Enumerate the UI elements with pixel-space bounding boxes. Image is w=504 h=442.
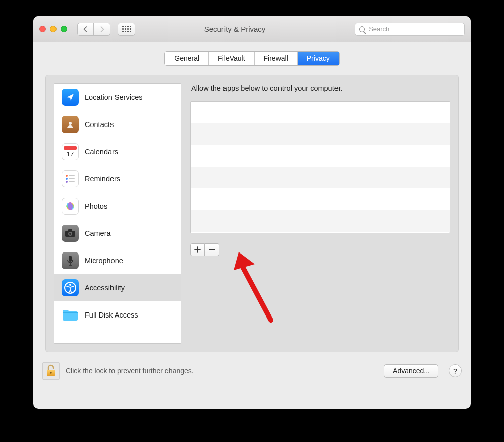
tab-firewall[interactable]: Firewall [255,52,298,65]
close-window-button[interactable] [39,26,46,32]
zoom-window-button[interactable] [61,26,67,32]
preferences-window: Security & Privacy General FileVault Fir… [33,16,471,409]
sidebar-item-label: Reminders [85,175,120,183]
footer: Click the lock to prevent further change… [33,362,471,389]
svg-point-7 [66,181,68,183]
tabs-row: General FileVault Firewall Privacy [33,42,471,75]
photos-flower-icon [62,198,79,215]
chevron-right-icon [99,26,105,32]
svg-point-26 [50,372,52,374]
sidebar-item-label: Microphone [85,257,123,265]
camera-icon [62,225,79,242]
svg-point-17 [69,233,71,235]
sidebar-item-contacts[interactable]: Contacts [54,111,181,138]
minimize-window-button[interactable] [50,26,57,32]
right-pane: Allow the apps below to control your com… [190,83,450,344]
advanced-button[interactable]: Advanced... [384,364,438,378]
sidebar-item-label: Camera [85,229,111,237]
sidebar-item-label: Calendars [85,148,118,156]
sidebar-item-microphone[interactable]: Microphone [54,247,181,274]
sidebar-item-label: Location Services [85,93,142,101]
back-button[interactable] [78,23,94,35]
svg-point-5 [66,178,68,180]
app-row-empty [191,210,450,232]
lock-group[interactable]: Click the lock to prevent further change… [42,362,194,380]
svg-rect-8 [69,181,75,182]
svg-point-0 [69,122,72,125]
sidebar-item-label: Contacts [85,120,114,129]
svg-point-13 [68,202,73,210]
svg-text:17: 17 [67,150,74,158]
folder-icon [62,306,79,324]
minus-icon [209,246,215,253]
remove-button[interactable] [205,243,219,256]
svg-point-22 [69,284,71,286]
app-row-empty [191,167,450,188]
add-remove-group [190,243,450,256]
lock-text: Click the lock to prevent further change… [66,367,194,375]
sidebar-item-calendars[interactable]: 17 Calendars [54,138,181,165]
tab-group: General FileVault Firewall Privacy [164,51,339,66]
pane-description: Allow the apps below to control your com… [191,84,449,92]
allowed-apps-list[interactable] [190,101,450,233]
app-row-empty [191,188,450,210]
help-button[interactable]: ? [449,364,462,377]
sidebar-item-reminders[interactable]: Reminders [54,165,181,193]
lock-icon[interactable] [42,362,60,380]
sidebar-item-label: Photos [85,202,107,210]
accessibility-icon [62,279,79,296]
traffic-lights [39,26,67,32]
svg-rect-6 [69,178,75,179]
tab-privacy[interactable]: Privacy [298,52,339,65]
chevron-left-icon [83,26,88,32]
search-field[interactable] [355,23,465,36]
svg-rect-18 [69,256,72,262]
location-arrow-icon [62,89,79,106]
sidebar-item-camera[interactable]: Camera [54,220,181,247]
add-button[interactable] [190,243,205,256]
sidebar-item-accessibility[interactable]: Accessibility [54,274,181,301]
content-pane: Location Services Contacts 17 Calendars [45,75,459,352]
privacy-category-list[interactable]: Location Services Contacts 17 Calendars [54,83,181,344]
svg-rect-15 [68,229,72,231]
address-book-icon [62,116,79,133]
svg-point-3 [66,175,68,177]
search-input[interactable] [368,25,460,33]
app-row-empty [191,145,450,167]
microphone-icon [62,252,79,269]
sidebar-item-full-disk-access[interactable]: Full Disk Access [54,301,181,329]
svg-rect-4 [69,175,75,176]
svg-rect-1 [64,146,77,150]
search-icon [359,26,365,32]
sidebar-item-location-services[interactable]: Location Services [54,84,181,111]
app-row-empty [191,102,450,123]
window-title: Security & Privacy [121,25,349,33]
plus-icon [194,246,201,253]
tab-filevault[interactable]: FileVault [209,52,254,65]
nav-back-forward [77,23,110,36]
titlebar: Security & Privacy [33,16,471,42]
forward-button[interactable] [94,23,110,35]
tab-general[interactable]: General [165,52,209,65]
sidebar-item-label: Full Disk Access [85,311,138,319]
app-row-empty [191,123,450,145]
svg-rect-23 [63,312,78,313]
sidebar-item-label: Accessibility [85,284,125,292]
sidebar-item-photos[interactable]: Photos [54,193,181,220]
reminders-icon [62,170,79,187]
calendar-icon: 17 [62,143,79,160]
